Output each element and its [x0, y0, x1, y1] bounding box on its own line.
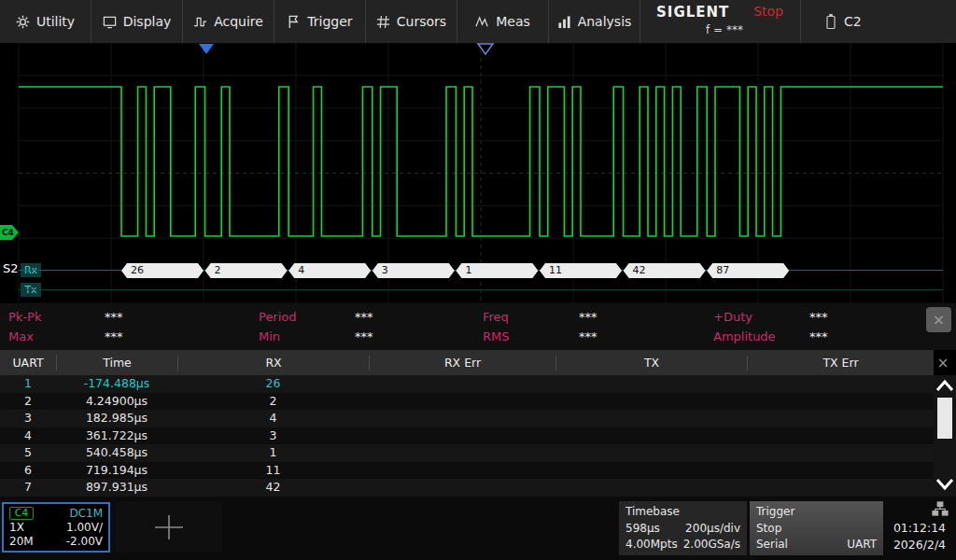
timebase-scale: 200µs/div: [685, 521, 740, 538]
menu-item-label: Utility: [36, 14, 75, 29]
menu-bar: UtilityDisplayAcquireTriggerCursorsMeasA…: [0, 0, 956, 43]
header-cell-tx: TX: [555, 356, 747, 371]
table-row[interactable]: 5540.458µs1: [0, 444, 934, 462]
table-row[interactable]: 3182.985µs4: [0, 410, 934, 427]
table-row[interactable]: 6719.194µs11: [0, 462, 934, 480]
timebase-samplerate: 2.00GSa/s: [683, 537, 740, 553]
measurement-rms[interactable]: RMS***: [474, 327, 705, 346]
timebase-title: Timebase: [626, 504, 680, 521]
timebase-panel[interactable]: Timebase 598µs 200µs/div 4.00Mpts 2.00GS…: [619, 501, 747, 555]
trigger-delay-marker[interactable]: [478, 44, 493, 54]
measurement-value: ***: [355, 329, 373, 343]
measurement-value: ***: [105, 329, 123, 343]
decode-bus-label[interactable]: S2: [3, 261, 19, 275]
measurement-amplitude[interactable]: Amplitude***: [705, 327, 915, 346]
menu-item-trigger[interactable]: Trigger: [274, 0, 366, 43]
brand-block: SIGLENT Stop f = ***: [640, 0, 801, 43]
rx-decode-bubble: 2: [205, 263, 288, 278]
network-icon: [932, 501, 949, 516]
cell-tx-err: [747, 375, 934, 393]
chevron-up-icon: [937, 382, 952, 390]
measurement-period[interactable]: Period***: [250, 307, 474, 327]
measurement-value: ***: [809, 310, 828, 324]
scroll-down-button[interactable]: [935, 476, 955, 495]
cell-tx: [555, 427, 747, 445]
table-row[interactable]: 24.24900µs2: [0, 393, 934, 411]
trigger-frequency-readout: f = ***: [706, 23, 743, 36]
cell-tx: [555, 410, 747, 427]
add-channel-slot[interactable]: [116, 502, 222, 553]
rx-decode-bubble: 1: [456, 263, 538, 278]
channel-c4-info-box[interactable]: C4 DC1M 1X 1.00V/ 20M -2.00V: [2, 502, 110, 553]
scroll-up-button[interactable]: [935, 377, 955, 396]
table-row[interactable]: 1-174.488µs26: [0, 375, 934, 393]
measurement-value: ***: [355, 310, 373, 324]
trigger-position-marker[interactable]: [199, 44, 214, 54]
cell-tx-err: [747, 462, 934, 480]
rx-decode-bubble: 42: [624, 263, 706, 278]
cell-time: 4.24900µs: [56, 393, 177, 411]
cell-tx: [555, 444, 747, 462]
table-row[interactable]: 7897.931µs42: [0, 479, 934, 497]
scroll-thumb[interactable]: [937, 398, 952, 439]
uart-decode-table: UARTTimeRXRX ErrTXTX Err 1-174.488µs2624…: [0, 350, 934, 497]
cell-tx-err: [747, 444, 934, 462]
cell-rx-err: [369, 375, 555, 393]
battery-icon: [825, 13, 836, 30]
trigger-panel[interactable]: Trigger Stop Serial UART: [750, 501, 883, 555]
measurement-min[interactable]: Min***: [250, 327, 474, 346]
cell-time: 361.722µs: [56, 427, 177, 445]
cell-rx-err: [369, 479, 555, 497]
trigger-type: UART: [847, 537, 877, 553]
meas-icon: [475, 15, 489, 29]
flag-icon: [287, 15, 301, 29]
row-index: 3: [0, 410, 56, 427]
battery-label: C2: [844, 14, 862, 29]
menu-item-meas[interactable]: Meas: [457, 0, 549, 43]
menu-items: UtilityDisplayAcquireTriggerCursorsMeasA…: [0, 0, 640, 43]
row-index: 1: [0, 375, 56, 393]
timebase-memory: 4.00Mpts: [626, 537, 678, 553]
brand-logo: SIGLENT: [656, 4, 729, 21]
cell-rx: 4: [177, 410, 369, 427]
menu-item-utility[interactable]: Utility: [0, 0, 91, 43]
cell-rx-err: [369, 427, 555, 445]
measurement-label: +Duty: [705, 310, 809, 324]
table-close-button[interactable]: ×: [934, 354, 952, 372]
clock-box[interactable]: 01:12:14 2026/2/4: [885, 498, 954, 556]
measurement-label: Min: [250, 329, 355, 343]
gear-icon: [16, 15, 30, 29]
analysis-icon: [557, 15, 571, 29]
cell-tx-err: [747, 427, 934, 445]
menu-item-acquire[interactable]: Acquire: [183, 0, 274, 43]
menu-item-label: Acquire: [214, 14, 263, 29]
rx-decode-bubble: 4: [288, 263, 371, 278]
waveform-trace-c4: [19, 87, 943, 236]
cell-tx-err: [747, 393, 934, 411]
header-cell-uart: UART: [0, 356, 56, 371]
scope-display[interactable]: C4 S2 Rx Tx 262431114287: [0, 43, 956, 303]
trigger-title: Trigger: [756, 504, 794, 521]
measurement-freq[interactable]: Freq***: [474, 307, 705, 327]
measurement-pk-pk[interactable]: Pk-Pk***: [0, 307, 250, 327]
measurement-strip: Pk-Pk***Period***Freq***+Duty***Max***Mi…: [0, 303, 956, 350]
channel-bandwidth: 20M: [9, 535, 66, 548]
measurement-max[interactable]: Max***: [0, 327, 250, 346]
cell-tx-err: [747, 479, 934, 497]
table-scrollbar[interactable]: [934, 375, 956, 497]
cell-rx-err: [369, 462, 555, 480]
acquire-icon: [193, 15, 207, 29]
channel-coupling: DC1M: [66, 507, 103, 520]
cell-tx-err: [747, 410, 934, 427]
table-row[interactable]: 4361.722µs3: [0, 427, 934, 445]
menu-item-display[interactable]: Display: [91, 0, 183, 43]
run-state-badge[interactable]: Stop: [753, 4, 783, 19]
channel-name: C4: [9, 507, 34, 520]
measurement-duty[interactable]: +Duty***: [705, 307, 915, 327]
measurement-close-button[interactable]: ×: [926, 307, 951, 332]
menu-item-cursors[interactable]: Cursors: [366, 0, 457, 43]
menu-item-analysis[interactable]: Analysis: [549, 0, 640, 43]
timebase-delay: 598µs: [626, 521, 660, 538]
header-cell-time: Time: [56, 356, 177, 371]
cell-tx: [555, 393, 747, 411]
